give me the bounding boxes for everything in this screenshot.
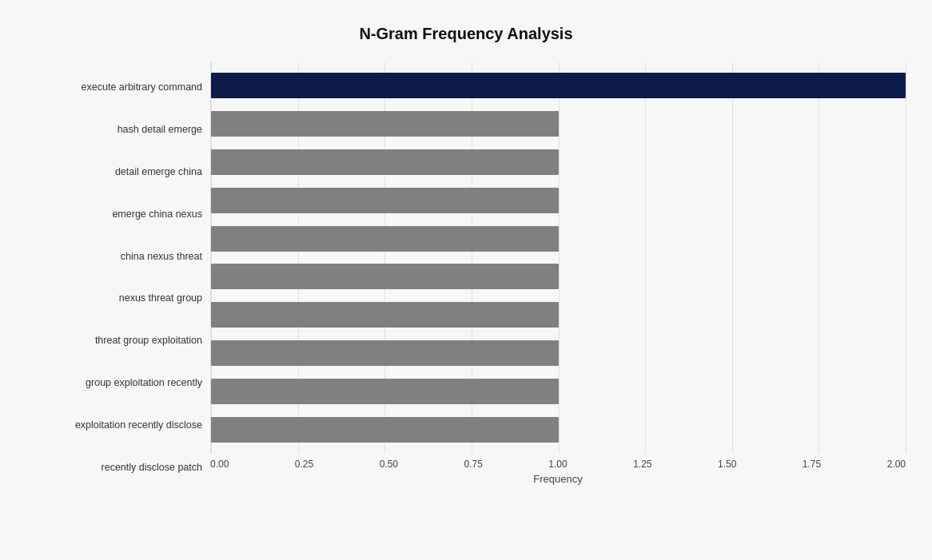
y-label: emerge china nexus [112, 193, 202, 236]
bar [211, 226, 559, 252]
x-tick: 0.00 [210, 459, 229, 470]
x-tick: 0.25 [295, 459, 313, 470]
bar [211, 302, 559, 328]
bar-row [211, 260, 906, 293]
x-axis: 0.000.250.500.751.001.251.501.752.00 Fre… [210, 454, 906, 494]
chart-title: N-Gram Frequency Analysis [26, 25, 906, 43]
bar [211, 340, 559, 366]
y-label: execute arbitrary command [82, 67, 202, 109]
x-tick: 1.00 [548, 459, 567, 470]
x-tick: 0.75 [464, 459, 482, 470]
y-label: recently disclose patch [102, 447, 202, 489]
y-label: hash detail emerge [117, 109, 202, 151]
bar [211, 188, 559, 213]
bar-row [211, 375, 906, 408]
y-label: threat group exploitation [95, 320, 202, 362]
bar [211, 264, 559, 289]
chart-container: N-Gram Frequency Analysis execute arbitr… [10, 9, 922, 552]
y-label: group exploitation recently [86, 362, 202, 404]
bars-container [211, 62, 906, 454]
y-label: nexus threat group [119, 277, 202, 320]
grid-line [906, 62, 906, 454]
bar-row [211, 298, 906, 332]
bar-row [211, 184, 906, 217]
x-ticks: 0.000.250.500.751.001.251.501.752.00 [210, 454, 906, 470]
bar [211, 379, 559, 404]
chart-area: execute arbitrary commandhash detail eme… [26, 62, 906, 494]
y-label: china nexus threat [121, 236, 202, 278]
plot-area: 0.000.250.500.751.001.251.501.752.00 Fre… [210, 62, 906, 494]
bar-row [211, 69, 906, 102]
y-label: exploitation recently disclose [75, 404, 202, 447]
bar [211, 73, 906, 98]
x-axis-label: Frequency [210, 473, 906, 485]
x-tick: 1.25 [633, 459, 651, 470]
bar-row [211, 107, 906, 141]
x-tick: 2.00 [887, 459, 906, 470]
x-tick: 1.50 [718, 459, 736, 470]
bar-row [211, 145, 906, 179]
bars-wrapper [210, 62, 906, 454]
bar [211, 417, 559, 443]
bar-row [211, 413, 906, 447]
x-tick: 0.50 [380, 459, 398, 470]
bar-row [211, 336, 906, 370]
x-tick: 1.75 [803, 459, 821, 470]
bar [211, 149, 559, 175]
y-label: detail emerge china [115, 151, 202, 193]
bar-row [211, 222, 906, 256]
bar [211, 111, 559, 137]
y-axis: execute arbitrary commandhash detail eme… [26, 62, 210, 494]
